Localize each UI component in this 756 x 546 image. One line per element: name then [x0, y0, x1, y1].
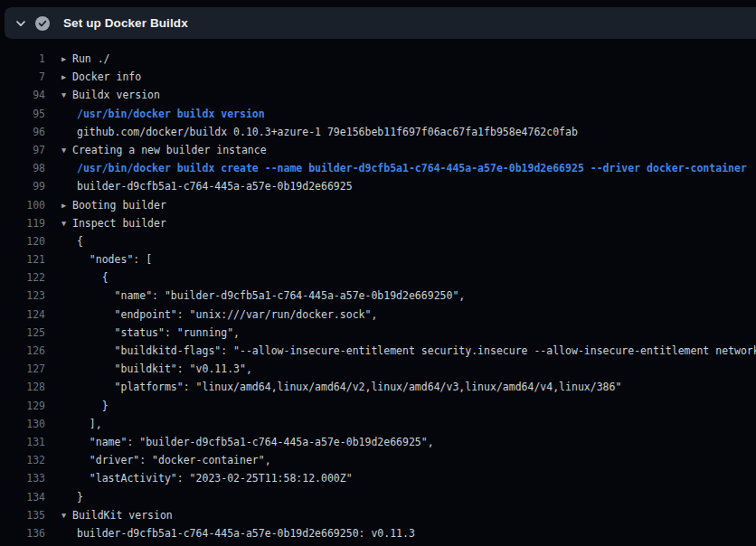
line-number-link[interactable]: 99: [0, 177, 45, 195]
line-number-link[interactable]: 119: [0, 214, 45, 232]
output-text: "buildkit": "v0.11.3",: [61, 360, 252, 378]
output-text: "driver": "docker-container",: [61, 451, 271, 469]
line-number-link[interactable]: 7: [0, 68, 45, 86]
triangle-down-icon[interactable]: ▼: [61, 214, 72, 232]
log-row: 121 "nodes": [: [0, 250, 756, 268]
triangle-right-icon[interactable]: ▶: [61, 196, 72, 214]
output-text: }: [61, 397, 109, 415]
log-row: 128 "platforms": "linux/amd64,linux/amd6…: [0, 378, 756, 396]
line-number-link[interactable]: 98: [0, 159, 45, 177]
output-text: "platforms": "linux/amd64,linux/amd64/v2…: [61, 378, 621, 396]
output-text: "nodes": [: [61, 250, 152, 268]
log-row[interactable]: 135▼BuildKit version: [0, 506, 756, 524]
group-title: BuildKit version: [72, 509, 173, 522]
output-text: }: [61, 488, 83, 506]
log-row: 129 }: [0, 397, 756, 415]
line-number-link[interactable]: 125: [0, 324, 45, 342]
line-number-link[interactable]: 1: [0, 50, 45, 68]
line-number-link[interactable]: 136: [0, 524, 45, 542]
line-number-link[interactable]: 124: [0, 306, 45, 324]
output-text: "buildkitd-flags": "--allow-insecure-ent…: [61, 342, 756, 360]
output-text: {: [61, 232, 83, 250]
log-row: 124 "endpoint": "unix:///var/run/docker.…: [0, 306, 756, 324]
log-row: 95/usr/bin/docker buildx version: [0, 105, 756, 123]
output-text: {: [61, 268, 109, 287]
line-number-link[interactable]: 122: [0, 268, 45, 287]
log-row: 127 "buildkit": "v0.11.3",: [0, 360, 756, 378]
line-number-link[interactable]: 135: [0, 506, 45, 524]
line-number-link[interactable]: 130: [0, 415, 45, 433]
line-number-link[interactable]: 128: [0, 378, 45, 396]
output-text: "lastActivity": "2023-02-25T11:58:12.000…: [61, 469, 353, 487]
line-number-link[interactable]: 131: [0, 433, 45, 451]
triangle-down-icon[interactable]: ▼: [61, 506, 72, 524]
log-row[interactable]: 7▶Docker info: [0, 68, 756, 86]
group-title: Run ./: [72, 52, 110, 65]
line-number-link[interactable]: 121: [0, 250, 45, 268]
triangle-down-icon[interactable]: ▼: [61, 86, 72, 104]
log-row[interactable]: 1▶Run ./: [0, 50, 756, 68]
log-row: 130 ],: [0, 415, 756, 433]
log-row[interactable]: 94▼Buildx version: [0, 86, 756, 104]
triangle-right-icon[interactable]: ▶: [61, 68, 72, 86]
log-row: 133 "lastActivity": "2023-02-25T11:58:12…: [0, 469, 756, 487]
log-row: 96github.com/docker/buildx 0.10.3+azure-…: [0, 123, 756, 141]
log-row: 122 {: [0, 268, 756, 287]
command-text: /usr/bin/docker buildx version: [61, 105, 265, 123]
log-row[interactable]: 100▶Booting builder: [0, 196, 756, 214]
log-row[interactable]: 97▼Creating a new builder instance: [0, 141, 756, 159]
log-row: 98/usr/bin/docker buildx create --name b…: [0, 159, 756, 177]
line-number-link[interactable]: 94: [0, 86, 45, 104]
step-title: Set up Docker Buildx: [63, 16, 188, 30]
triangle-right-icon[interactable]: ▶: [61, 50, 72, 68]
group-title: Booting builder: [72, 199, 166, 212]
step-header[interactable]: Set up Docker Buildx: [5, 7, 756, 39]
line-number-link[interactable]: 132: [0, 451, 45, 469]
log-row: 132 "driver": "docker-container",: [0, 451, 756, 469]
log-row: 123 "name": "builder-d9cfb5a1-c764-445a-…: [0, 287, 756, 305]
line-number-link[interactable]: 96: [0, 123, 45, 141]
group-title: Buildx version: [72, 89, 160, 101]
command-text: /usr/bin/docker buildx create --name bui…: [61, 159, 747, 177]
log-row: 99builder-d9cfb5a1-c764-445a-a57e-0b19d2…: [0, 177, 756, 195]
output-text: "name": "builder-d9cfb5a1-c764-445a-a57e…: [61, 433, 434, 451]
group-title: Docker info: [72, 71, 141, 83]
log-row: 136builder-d9cfb5a1-c764-445a-a57e-0b19d…: [0, 524, 756, 542]
line-number-link[interactable]: 97: [0, 141, 45, 159]
triangle-down-icon[interactable]: ▼: [61, 141, 72, 159]
log-row: 134}: [0, 488, 756, 506]
log-row: 120{: [0, 232, 756, 250]
log-row[interactable]: 119▼Inspect builder: [0, 214, 756, 232]
line-number-link[interactable]: 126: [0, 342, 45, 360]
chevron-down-icon[interactable]: [15, 18, 26, 29]
output-text: "name": "builder-d9cfb5a1-c764-445a-a57e…: [61, 287, 465, 305]
line-number-link[interactable]: 127: [0, 360, 45, 378]
group-title: Inspect builder: [72, 217, 166, 230]
output-text: ],: [61, 415, 102, 433]
line-number-link[interactable]: 134: [0, 488, 45, 506]
output-text: "endpoint": "unix:///var/run/docker.sock…: [61, 306, 377, 324]
output-text: github.com/docker/buildx 0.10.3+azure-1 …: [61, 123, 578, 141]
line-number-link[interactable]: 129: [0, 397, 45, 415]
log-row: 131 "name": "builder-d9cfb5a1-c764-445a-…: [0, 433, 756, 451]
output-text: "status": "running",: [61, 324, 240, 342]
line-number-link[interactable]: 100: [0, 196, 45, 214]
line-number-link[interactable]: 120: [0, 232, 45, 250]
group-title: Creating a new builder instance: [72, 144, 267, 156]
log-rows: 1▶Run ./7▶Docker info94▼Buildx version95…: [0, 50, 756, 542]
output-text: builder-d9cfb5a1-c764-445a-a57e-0b19d2e6…: [61, 177, 353, 195]
log-row: 126 "buildkitd-flags": "--allow-insecure…: [0, 342, 756, 360]
line-number-link[interactable]: 95: [0, 105, 45, 123]
check-circle-icon: [35, 16, 50, 31]
line-number-link[interactable]: 123: [0, 287, 45, 305]
output-text: builder-d9cfb5a1-c764-445a-a57e-0b19d2e6…: [61, 524, 415, 542]
log-row: 125 "status": "running",: [0, 324, 756, 342]
line-number-link[interactable]: 133: [0, 469, 45, 487]
